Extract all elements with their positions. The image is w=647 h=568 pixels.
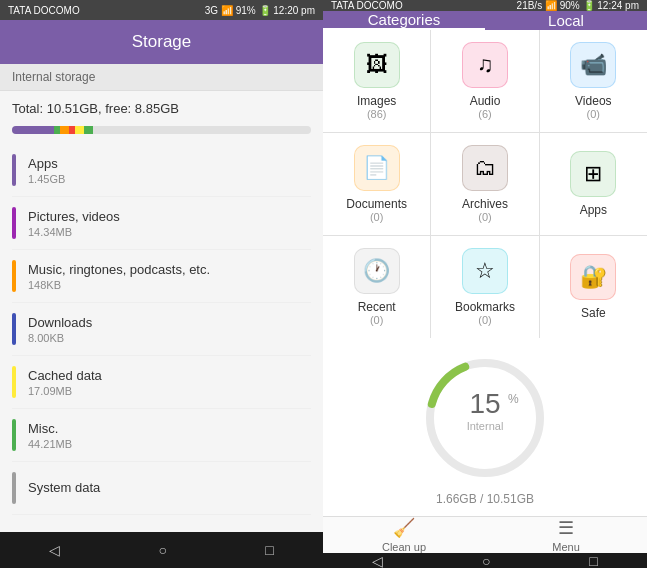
left-panel: TATA DOCOMO 3G 📶 91% 🔋 12:20 pm Storage … — [0, 0, 323, 568]
storage-item-size: 14.34MB — [28, 226, 311, 238]
category-count: (86) — [367, 108, 387, 120]
storage-item-size: 17.09MB — [28, 385, 311, 397]
cleanup-button[interactable]: 🧹 Clean up — [323, 517, 485, 553]
category-count: (6) — [478, 108, 491, 120]
svg-text:%: % — [508, 392, 519, 406]
storage-dot — [12, 207, 16, 239]
category-count: (0) — [478, 314, 491, 326]
storage-item-name: Cached data — [28, 368, 311, 383]
category-icon: ♫ — [462, 42, 508, 88]
menu-button[interactable]: ☰ Menu — [485, 517, 647, 553]
category-name: Archives — [462, 197, 508, 211]
storage-dot — [12, 313, 16, 345]
storage-dot — [12, 366, 16, 398]
category-name: Bookmarks — [455, 300, 515, 314]
storage-item: System data — [12, 462, 311, 515]
cleanup-label: Clean up — [382, 541, 426, 553]
category-name: Recent — [358, 300, 396, 314]
category-icon: 🖼 — [354, 42, 400, 88]
category-icon: 📄 — [354, 145, 400, 191]
svg-text:Internal: Internal — [467, 420, 504, 432]
storage-dot — [12, 472, 16, 504]
bottom-nav: 🧹 Clean up ☰ Menu — [323, 516, 647, 553]
right-android-nav: ◁ ○ □ — [323, 553, 647, 568]
right-recents-btn[interactable]: □ — [589, 553, 597, 568]
category-item-images[interactable]: 🖼 Images (86) — [323, 30, 430, 132]
gauge-container: 15 % Internal 1.66GB / 10.51GB — [323, 338, 647, 516]
right-back-btn[interactable]: ◁ — [372, 553, 383, 568]
bar-misc — [84, 126, 93, 134]
storage-bar — [12, 126, 311, 134]
storage-item-name: Music, ringtones, podcasts, etc. — [28, 262, 311, 277]
category-icon: 🔐 — [570, 254, 616, 300]
category-item-recent[interactable]: 🕐 Recent (0) — [323, 236, 430, 338]
left-carrier: TATA DOCOMO — [8, 5, 80, 16]
left-status-right: 3G 📶 91% 🔋 12:20 pm — [205, 5, 315, 16]
storage-item: Cached data 17.09MB — [12, 356, 311, 409]
left-header: Storage — [0, 20, 323, 64]
category-count: (0) — [370, 314, 383, 326]
category-count: (0) — [587, 108, 600, 120]
left-home-btn[interactable]: ○ — [159, 542, 167, 558]
category-name: Audio — [470, 94, 501, 108]
left-back-btn[interactable]: ◁ — [49, 542, 60, 558]
storage-item: Downloads 8.00KB — [12, 303, 311, 356]
gauge-svg: 15 % Internal — [415, 348, 555, 488]
category-item-videos[interactable]: 📹 Videos (0) — [540, 30, 647, 132]
storage-item-name: System data — [28, 480, 311, 495]
storage-item: Music, ringtones, podcasts, etc. 148KB — [12, 250, 311, 303]
category-name: Safe — [581, 306, 606, 320]
internal-storage-label: Internal storage — [0, 64, 323, 91]
storage-total: Total: 10.51GB, free: 8.85GB — [0, 91, 323, 122]
category-item-documents[interactable]: 📄 Documents (0) — [323, 133, 430, 235]
bar-cache — [75, 126, 84, 134]
menu-icon: ☰ — [558, 517, 574, 539]
category-icon: 🗂 — [462, 145, 508, 191]
left-android-nav: ◁ ○ □ — [0, 532, 323, 568]
category-icon: 📹 — [570, 42, 616, 88]
category-name: Images — [357, 94, 396, 108]
category-name: Videos — [575, 94, 611, 108]
tab-local[interactable]: Local — [485, 11, 647, 30]
categories-grid: 🖼 Images (86) ♫ Audio (6) 📹 Videos (0) 📄… — [323, 30, 647, 338]
left-title: Storage — [132, 32, 192, 51]
category-item-audio[interactable]: ♫ Audio (6) — [431, 30, 538, 132]
category-item-archives[interactable]: 🗂 Archives (0) — [431, 133, 538, 235]
storage-item-size: 1.45GB — [28, 173, 311, 185]
category-item-apps[interactable]: ⊞ Apps — [540, 133, 647, 235]
right-panel: TATA DOCOMO 21B/s 📶 90% 🔋 12:24 pm Categ… — [323, 0, 647, 568]
storage-item: Apps 1.45GB — [12, 144, 311, 197]
storage-item-name: Downloads — [28, 315, 311, 330]
storage-item-size: 148KB — [28, 279, 311, 291]
bar-music — [60, 126, 69, 134]
storage-item-name: Pictures, videos — [28, 209, 311, 224]
storage-list: Apps 1.45GB Pictures, videos 14.34MB Mus… — [0, 144, 323, 532]
storage-item-size: 44.21MB — [28, 438, 311, 450]
right-home-btn[interactable]: ○ — [482, 553, 490, 568]
right-carrier: TATA DOCOMO — [331, 0, 403, 11]
menu-label: Menu — [552, 541, 580, 553]
category-item-safe[interactable]: 🔐 Safe — [540, 236, 647, 338]
category-name: Apps — [580, 203, 607, 217]
category-name: Documents — [346, 197, 407, 211]
storage-dot — [12, 154, 16, 186]
storage-item: Misc. 44.21MB — [12, 409, 311, 462]
category-count: (0) — [478, 211, 491, 223]
category-item-bookmarks[interactable]: ☆ Bookmarks (0) — [431, 236, 538, 338]
storage-dot — [12, 419, 16, 451]
tab-categories[interactable]: Categories — [323, 11, 485, 30]
storage-item: Pictures, videos 14.34MB — [12, 197, 311, 250]
right-status-bar: TATA DOCOMO 21B/s 📶 90% 🔋 12:24 pm — [323, 0, 647, 11]
bar-apps — [12, 126, 54, 134]
storage-item-size: 8.00KB — [28, 332, 311, 344]
left-status-bar: TATA DOCOMO 3G 📶 91% 🔋 12:20 pm — [0, 0, 323, 20]
right-header-tabs: Categories Local — [323, 11, 647, 30]
right-status-right: 21B/s 📶 90% 🔋 12:24 pm — [517, 0, 639, 11]
category-icon: ☆ — [462, 248, 508, 294]
category-icon: 🕐 — [354, 248, 400, 294]
storage-item-name: Misc. — [28, 421, 311, 436]
svg-text:15: 15 — [469, 388, 500, 419]
storage-dot — [12, 260, 16, 292]
storage-item-name: Apps — [28, 156, 311, 171]
left-recents-btn[interactable]: □ — [265, 542, 273, 558]
